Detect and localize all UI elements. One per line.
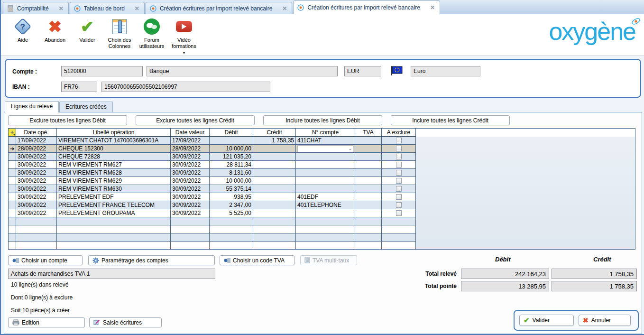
tab-ecritures-creees[interactable]: Ecritures créées: [59, 102, 113, 112]
table-row[interactable]: 30/09/2022PRELEVEMENT EDF30/09/2022938,9…: [9, 193, 416, 201]
cell-libelle: PRELEVEMENT FRANCE TELECOM: [57, 201, 171, 209]
exclude-checkbox[interactable]: [396, 170, 402, 176]
table-row[interactable]: 30/09/2022REM VIREMENT RM62830/09/20228 …: [9, 169, 416, 177]
exclude-checkbox[interactable]: [396, 186, 402, 192]
exclude-checkbox[interactable]: [396, 210, 402, 216]
video-trainings-button[interactable]: Vidéo formations ▾: [168, 17, 200, 56]
table-row[interactable]: 30/09/2022CHEQUE 7282830/09/2022121 035,…: [9, 153, 416, 161]
account-description-field[interactable]: Achats de marchandises TVA 1: [8, 269, 215, 279]
validate-button[interactable]: ✔ Valider: [519, 315, 574, 326]
table-row[interactable]: 30/09/2022PRELEVEMENT GROUPAMA30/09/2022…: [9, 209, 416, 217]
add-column-icon[interactable]: +▼: [9, 129, 16, 136]
help-button[interactable]: ? Aide: [7, 17, 39, 43]
close-icon[interactable]: ✕: [59, 5, 64, 12]
currency-name-field[interactable]: Euro: [411, 66, 480, 76]
table-row[interactable]: ➜28/09/2022CHEQUE 15230028/09/202210 000…: [9, 145, 416, 153]
chevron-down-icon: ⌄: [348, 146, 353, 151]
empty-cell: [16, 233, 57, 241]
cell-exclure: [382, 209, 416, 217]
empty-cell: [16, 217, 57, 225]
abandon-label: Abandon: [45, 37, 65, 43]
column-choice-button[interactable]: Choix des Colonnes: [103, 17, 136, 49]
exclude-checkbox[interactable]: [396, 154, 402, 159]
col-header-credit[interactable]: Crédit: [253, 129, 296, 136]
exclude-checkbox[interactable]: [396, 194, 402, 200]
tab-tableau-de-bord[interactable]: Tableau de bord ✕: [70, 2, 145, 14]
empty-cell: [210, 225, 253, 233]
account-combobox[interactable]: ⌄: [297, 145, 353, 152]
table-row[interactable]: 30/09/2022PRELEVEMENT FRANCE TELECOM30/0…: [9, 201, 416, 209]
exclude-debit-button[interactable]: Exclure toutes les lignes Débit: [8, 115, 127, 125]
edition-button[interactable]: Edition: [8, 317, 85, 327]
col-header-debit[interactable]: Débit: [210, 129, 253, 136]
exclude-credit-button[interactable]: Exclure toutes les lignes Crédit: [136, 115, 255, 125]
abandon-button[interactable]: ✖ Abandon: [39, 17, 71, 43]
cell-exclure: [382, 137, 416, 144]
tab-lignes-du-releve[interactable]: Lignes du relevé: [5, 101, 59, 112]
choose-account-button[interactable]: Choisir un compte: [8, 255, 83, 265]
currency-code-field[interactable]: EUR: [344, 66, 381, 76]
col-header-tva[interactable]: TVA: [355, 129, 382, 136]
cell-credit: 1 758,35: [253, 137, 296, 144]
choose-tva-button[interactable]: Choisir un code TVA: [220, 255, 294, 265]
exclude-checkbox[interactable]: [396, 138, 402, 143]
close-icon[interactable]: ✕: [282, 5, 287, 12]
include-credit-button[interactable]: Inclure toutes les lignes Crédit: [391, 115, 510, 125]
statement-grid-body: 17/09/2022VIREMENT CHATOT 1470003696301A…: [9, 137, 416, 250]
tab-creation-ecritures-2[interactable]: Création écritures par import relevé ban…: [293, 0, 440, 14]
notepad-icon: [7, 5, 14, 12]
table-row[interactable]: 30/09/2022REM VIREMENT RM63030/09/202255…: [9, 185, 416, 193]
exclude-count-text: Dont 0 ligne(s) à exclure: [11, 294, 73, 301]
exclude-checkbox[interactable]: [396, 178, 402, 184]
totals-debit-header: Débit: [495, 256, 511, 263]
cell-libelle: PRELEVEMENT EDF: [57, 193, 171, 201]
table-row-empty: [9, 217, 416, 225]
close-icon[interactable]: ✕: [135, 5, 139, 12]
validate-toolbar-button[interactable]: ✔ Valider: [71, 17, 103, 43]
cell-date-valeur: 30/09/2022: [171, 193, 210, 201]
account-number-field[interactable]: 5120000: [61, 66, 143, 76]
entry-input-button[interactable]: Saisie écritures: [89, 317, 162, 327]
forum-button[interactable]: Forum utilisateurs: [136, 17, 168, 49]
tab-creation-ecritures-1[interactable]: Création écritures par import relevé ban…: [146, 2, 293, 14]
cell-tva: [355, 137, 382, 144]
tab-comptabilite[interactable]: Comptabilité ✕: [3, 2, 69, 14]
exclude-checkbox[interactable]: [396, 202, 402, 208]
empty-cell: [171, 217, 210, 225]
exclude-checkbox[interactable]: [396, 146, 402, 151]
cell-tva: [355, 169, 382, 177]
col-header-compte[interactable]: N° compte: [296, 129, 355, 136]
check-icon: ✔: [81, 19, 94, 34]
col-header-exclure[interactable]: A exclure: [382, 129, 416, 136]
iban-number-field[interactable]: 15607000655005502106997: [101, 82, 270, 92]
cell-debit: 10 000,00: [210, 177, 253, 185]
cell-credit: [253, 177, 296, 185]
cell-exclure: [382, 193, 416, 201]
application-window: Comptabilité ✕ Tableau de bord ✕ Créatio…: [0, 0, 644, 335]
video-play-icon: [176, 21, 192, 32]
account-settings-button[interactable]: Paramétrage des comptes: [88, 255, 215, 265]
table-row[interactable]: 30/09/2022REM VIREMENT RM62730/09/202228…: [9, 161, 416, 169]
cell-compte: [296, 169, 355, 177]
chevron-down-icon[interactable]: ▾: [183, 50, 185, 56]
row-selector: [9, 137, 16, 144]
empty-cell: [9, 217, 16, 225]
cell-debit: 10 000,00: [210, 145, 253, 152]
cell-date-ope: 30/09/2022: [16, 169, 57, 177]
table-row[interactable]: 17/09/2022VIREMENT CHATOT 1470003696301A…: [9, 137, 416, 145]
close-icon[interactable]: ✕: [430, 4, 435, 11]
empty-cell: [382, 225, 416, 233]
col-header-date-valeur[interactable]: Date valeur: [171, 129, 210, 136]
empty-cell: [16, 225, 57, 233]
col-header-date-ope[interactable]: Date opé.: [16, 129, 57, 136]
empty-cell: [382, 242, 416, 249]
empty-cell: [296, 217, 355, 225]
table-row[interactable]: 30/09/2022REM VIREMENT RM62930/09/202210…: [9, 177, 416, 185]
exclude-checkbox[interactable]: [396, 162, 402, 168]
include-debit-button[interactable]: Inclure toutes les lignes Débit: [263, 115, 382, 125]
col-header-libelle[interactable]: Libellé opération: [57, 129, 171, 136]
cancel-button[interactable]: ✖ Annuler: [579, 315, 631, 326]
account-name-field[interactable]: Banque: [147, 66, 338, 76]
iban-prefix-field[interactable]: FR76: [61, 82, 97, 92]
validate-label: Valider: [79, 37, 95, 43]
